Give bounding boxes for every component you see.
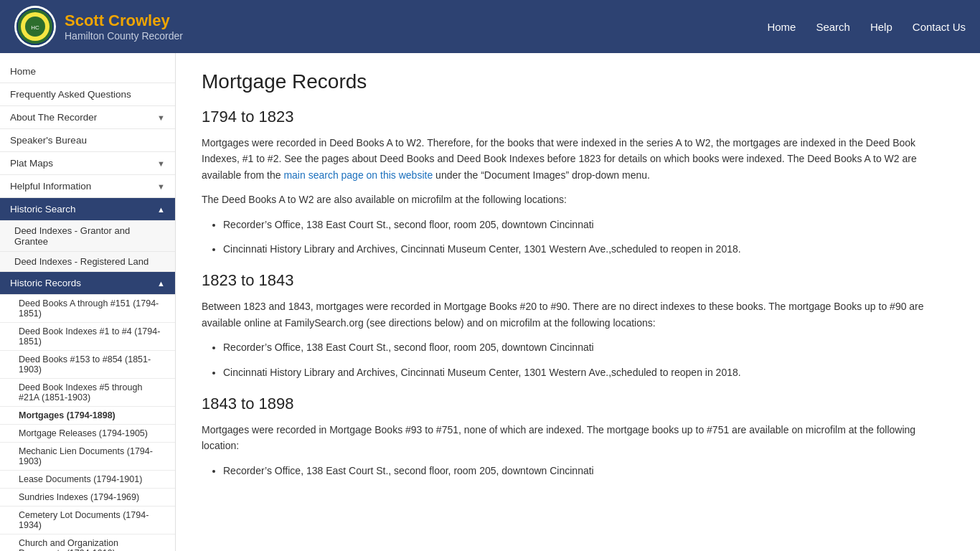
header-subtitle: Hamilton County Recorder xyxy=(65,30,183,42)
sidebar-item-faq[interactable]: Frequently Asked Questions xyxy=(0,83,175,106)
list-item: Recorder’s Office, 138 East Court St., s… xyxy=(223,463,954,479)
list-item: Recorder’s Office, 138 East Court St., s… xyxy=(223,339,954,355)
sidebar-sub2-sundries[interactable]: Sundries Indexes (1794-1969) xyxy=(0,489,175,507)
section-heading-1843: 1843 to 1898 xyxy=(202,395,954,413)
sidebar-sub2-mechanic-lien[interactable]: Mechanic Lien Documents (1794-1903) xyxy=(0,443,175,471)
sidebar-item-historic-records-label: Historic Records xyxy=(10,278,81,288)
nav-search[interactable]: Search xyxy=(816,21,850,33)
main-search-link[interactable]: main search page on this website xyxy=(283,169,433,181)
sidebar-sub2-cemetery[interactable]: Cemetery Lot Documents (1794-1934) xyxy=(0,507,175,534)
sidebar-sub2-mortgages[interactable]: Mortgages (1794-1898) xyxy=(0,407,175,425)
sidebar-item-helpful[interactable]: Helpful Information ▼ xyxy=(0,175,175,198)
sidebar-item-about-label: About The Recorder xyxy=(10,112,97,123)
sidebar-item-historic-records[interactable]: Historic Records ▲ xyxy=(0,272,175,295)
nav-home[interactable]: Home xyxy=(767,21,796,33)
section-1823-para1: Between 1823 and 1843, mortgages were re… xyxy=(202,298,954,331)
sidebar-item-historic-search-label: Historic Search xyxy=(10,204,76,215)
sidebar-item-plat[interactable]: Plat Maps ▼ xyxy=(0,152,175,175)
sidebar-sub2-deed-books-153[interactable]: Deed Books #153 to #854 (1851-1903) xyxy=(0,351,175,379)
chevron-up-icon-records: ▲ xyxy=(157,279,165,288)
section-1843-para1: Mortgages were recorded in Mortgage Book… xyxy=(202,422,954,454)
section-1823-bullets: Recorder’s Office, 138 East Court St., s… xyxy=(223,339,954,380)
sidebar-item-faq-label: Frequently Asked Questions xyxy=(10,89,131,100)
chevron-down-icon-plat: ▼ xyxy=(157,159,165,168)
section-1794-para1: Mortgages were recorded in Deed Books A … xyxy=(202,135,954,183)
nav-contact[interactable]: Contact Us xyxy=(913,21,966,33)
sidebar-item-helpful-label: Helpful Information xyxy=(10,181,91,192)
sidebar-item-deed-grantor[interactable]: Deed Indexes - Grantor and Grantee xyxy=(0,221,175,252)
sidebar-item-plat-label: Plat Maps xyxy=(10,158,53,169)
section-heading-1823: 1823 to 1843 xyxy=(202,271,954,290)
sidebar-sub2-deed-books-a[interactable]: Deed Books A through #151 (1794-1851) xyxy=(0,295,175,323)
sidebar-sub2-mortgage-releases[interactable]: Mortgage Releases (1794-1905) xyxy=(0,425,175,443)
header-left: HC Scott Crowley Hamilton County Recorde… xyxy=(14,6,183,47)
section-heading-1794: 1794 to 1823 xyxy=(202,108,954,126)
section-1794-para2: The Deed Books A to W2 are also availabl… xyxy=(202,192,954,207)
sidebar-sub2-lease-docs[interactable]: Lease Documents (1794-1901) xyxy=(0,471,175,489)
sidebar-item-historic-search[interactable]: Historic Search ▲ xyxy=(0,198,175,221)
svg-text:HC: HC xyxy=(31,24,39,31)
sidebar-sub2-church-org[interactable]: Church and Organization Documents (1794-… xyxy=(0,534,175,551)
nav-help[interactable]: Help xyxy=(870,21,892,33)
sidebar-item-speakers[interactable]: Speaker's Bureau xyxy=(0,129,175,152)
header: HC Scott Crowley Hamilton County Recorde… xyxy=(0,0,980,53)
sidebar-item-about[interactable]: About The Recorder ▼ xyxy=(0,106,175,129)
list-item: Recorder’s Office, 138 East Court St., s… xyxy=(223,217,954,232)
sidebar-item-speakers-label: Speaker's Bureau xyxy=(10,135,87,146)
chevron-down-icon-helpful: ▼ xyxy=(157,182,165,191)
header-name: Scott Crowley xyxy=(65,11,183,30)
sidebar-item-home-label: Home xyxy=(10,66,36,77)
sidebar-sub2-deed-book-idx-5[interactable]: Deed Book Indexes #5 through #21A (1851-… xyxy=(0,379,175,407)
layout: Home Frequently Asked Questions About Th… xyxy=(0,53,980,551)
header-nav: Home Search Help Contact Us xyxy=(767,21,966,33)
header-title-block: Scott Crowley Hamilton County Recorder xyxy=(65,11,183,42)
sidebar-item-home[interactable]: Home xyxy=(0,60,175,83)
logo: HC xyxy=(14,6,56,47)
main-content: Mortgage Records 1794 to 1823 Mortgages … xyxy=(176,53,980,551)
chevron-up-icon-historic: ▲ xyxy=(157,205,165,214)
section-1843-bullets: Recorder’s Office, 138 East Court St., s… xyxy=(223,463,954,479)
page-title: Mortgage Records xyxy=(202,70,954,93)
sidebar-item-deed-registered[interactable]: Deed Indexes - Registered Land xyxy=(0,252,175,272)
list-item: Cincinnati History Library and Archives,… xyxy=(223,241,954,257)
section-1794-bullets: Recorder’s Office, 138 East Court St., s… xyxy=(223,217,954,258)
sidebar-sub2-mortgages-label: Mortgages (1794-1898) xyxy=(19,410,116,420)
sidebar: Home Frequently Asked Questions About Th… xyxy=(0,53,176,551)
chevron-down-icon: ▼ xyxy=(157,113,165,122)
logo-svg: HC xyxy=(16,7,55,46)
list-item: Cincinnati History Library and Archives,… xyxy=(223,364,954,380)
sidebar-sub2-deed-book-idx-1[interactable]: Deed Book Indexes #1 to #4 (1794-1851) xyxy=(0,323,175,351)
